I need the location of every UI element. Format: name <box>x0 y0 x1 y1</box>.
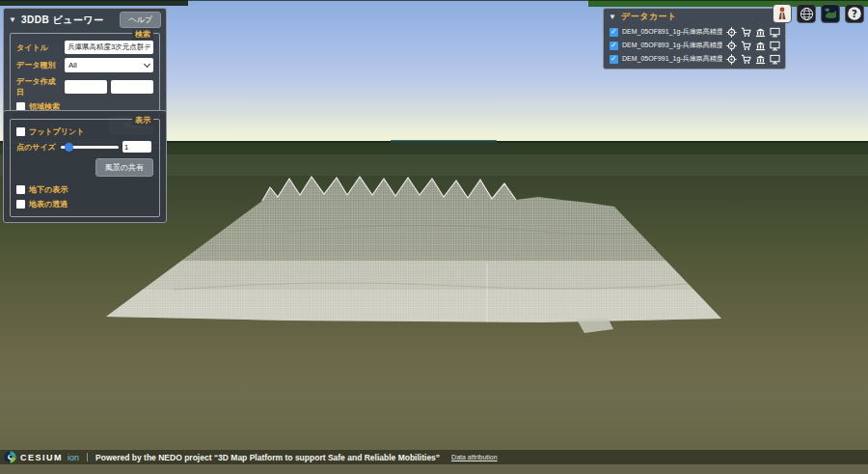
cart-item-checkbox[interactable] <box>610 55 618 64</box>
display-fieldset: 表示 フットプリント 点のサイズ 風景の共有 地下の表示 地表の透過 <box>10 119 160 217</box>
footprint-label: フットプリント <box>29 126 84 137</box>
data-cart-title: データカート <box>621 11 677 23</box>
viewer-panel-title: 3DDB ビューワー <box>21 14 104 27</box>
viewer-panel-header: ▼ 3DDB ビューワー ヘルプ <box>4 9 166 31</box>
cesium-brand[interactable]: CESIUM <box>20 453 63 462</box>
title-label: タイトル <box>16 42 61 53</box>
data-type-select[interactable]: All <box>65 58 153 72</box>
cart-item-label: DEM_05OF893_1g-兵庫県高精度… <box>622 41 722 50</box>
display-legend: 表示 <box>132 115 153 125</box>
base-layer-picker-button[interactable] <box>821 4 840 23</box>
globe-wireframe-icon <box>800 7 814 21</box>
zoom-to-icon[interactable] <box>726 41 737 51</box>
cart-item-label: DEM_05OF991_1g-兵庫県高精度… <box>622 54 722 64</box>
monitor-display-icon[interactable] <box>770 27 780 38</box>
collapse-triangle-icon[interactable]: ▼ <box>9 16 16 24</box>
building-metadata-icon[interactable] <box>755 41 766 51</box>
cesium-toolbar: ? <box>773 4 864 23</box>
building-metadata-icon[interactable] <box>755 27 766 38</box>
monitor-display-icon[interactable] <box>770 41 780 51</box>
point-size-slider-handle[interactable] <box>65 143 73 152</box>
building-metadata-icon[interactable] <box>755 54 766 65</box>
point-size-input[interactable] <box>122 141 151 153</box>
footprint-checkbox[interactable] <box>16 127 25 136</box>
collapse-triangle-icon[interactable]: ▼ <box>609 14 616 21</box>
title-input[interactable] <box>65 41 153 54</box>
data-type-label: データ種別 <box>16 60 61 70</box>
date-label: データ作成日 <box>16 76 61 98</box>
cart-item-label: DEM_05OF891_1g-兵庫県高精度… <box>622 27 722 37</box>
cart-icon[interactable] <box>741 41 751 51</box>
cart-item-checkbox[interactable] <box>610 42 618 50</box>
attribution-separator <box>87 453 88 461</box>
surface-transparency-label: 地表の透過 <box>29 199 68 209</box>
date-to-input[interactable] <box>111 80 153 94</box>
data-type-selected-value: All <box>68 61 77 70</box>
underground-label: 地下の表示 <box>29 184 68 195</box>
cesium-ion-label[interactable]: ion <box>68 453 79 462</box>
zoom-to-icon[interactable] <box>726 54 737 65</box>
monitor-display-icon[interactable] <box>770 54 780 65</box>
point-size-label: 点のサイズ <box>16 142 57 153</box>
surface-transparency-checkbox[interactable] <box>16 200 25 209</box>
data-attribution-link[interactable]: Data attribution <box>451 454 497 460</box>
question-icon: ? <box>847 6 862 21</box>
powered-by-text: Powered by the NEDO project “3D Map Plat… <box>95 453 440 462</box>
cart-item-row: DEM_05OF893_1g-兵庫県高精度… <box>604 39 785 52</box>
cart-icon[interactable] <box>741 27 751 38</box>
attribution-bar: CESIUM ion Powered by the NEDO project “… <box>0 450 868 464</box>
cart-item-row: DEM_05OF891_1g-兵庫県高精度… <box>604 25 785 39</box>
display-panel: 表示 フットプリント 点のサイズ 風景の共有 地下の表示 地表の透過 <box>3 110 167 223</box>
chevron-down-icon <box>144 61 150 68</box>
share-view-button[interactable]: 風景の共有 <box>95 158 153 177</box>
navigation-help-button[interactable]: ? <box>845 4 864 23</box>
globe-mode-button[interactable] <box>797 4 816 23</box>
zoom-to-icon[interactable] <box>726 27 737 38</box>
earth-imagery-icon <box>823 6 838 21</box>
cesium-logo-icon[interactable] <box>4 451 16 463</box>
underground-checkbox[interactable] <box>16 185 25 194</box>
cart-icon[interactable] <box>741 54 751 65</box>
cart-item-checkbox[interactable] <box>610 28 618 37</box>
point-cloud-fragment[interactable] <box>577 318 613 333</box>
landmark-photo-button[interactable] <box>773 4 792 23</box>
help-button[interactable]: ヘルプ <box>120 12 161 28</box>
cart-item-row: DEM_05OF991_1g-兵庫県高精度… <box>604 52 785 66</box>
data-cart-header: ▼ データカート <box>604 9 785 25</box>
data-cart-panel: ▼ データカート DEM_05OF891_1g-兵庫県高精度… <box>603 8 786 70</box>
landmark-icon <box>776 7 788 20</box>
date-from-input[interactable] <box>65 80 107 94</box>
point-size-slider[interactable] <box>61 146 119 149</box>
search-legend: 検索 <box>132 29 153 40</box>
svg-text:?: ? <box>852 9 857 19</box>
